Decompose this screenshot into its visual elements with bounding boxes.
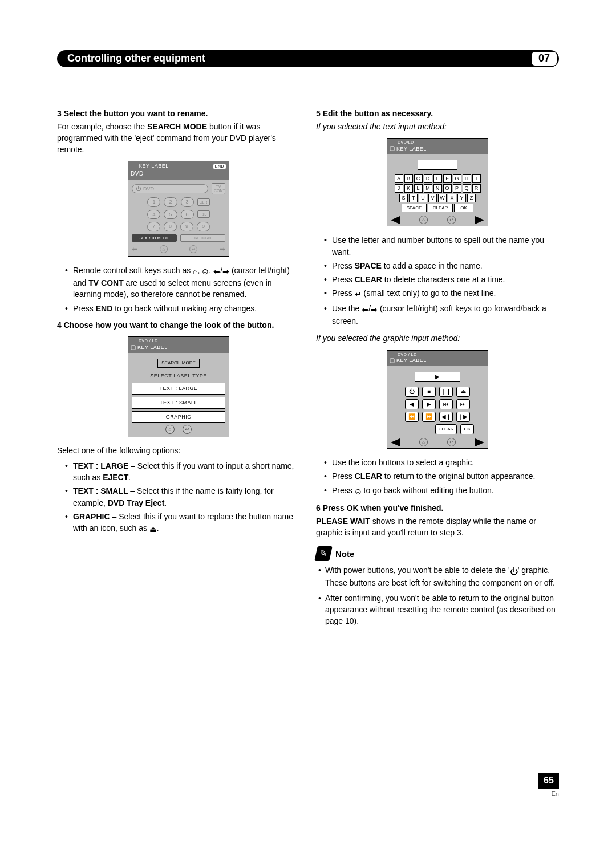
t: to go back without making any changes. [112, 304, 257, 313]
d1-return: RETURN [180, 234, 225, 242]
home-icon: ⌂ [193, 266, 197, 277]
bullet: TEXT : LARGE – Select this if you want t… [57, 460, 300, 484]
key-M: M [424, 184, 432, 193]
key-clear: CLEAR [435, 424, 457, 434]
d1-key-0: 0 [197, 222, 210, 231]
back-icon: ⊜ [202, 266, 209, 277]
bullet: Press CLEAR to return to the original bu… [316, 470, 559, 482]
d4-input-field: ▶ [415, 372, 460, 382]
power-icon: ⏻ [510, 566, 518, 577]
note-list: With power buttons, you won't be able to… [317, 564, 559, 627]
svg-rect-0 [131, 346, 135, 350]
t: END [96, 304, 113, 313]
home-icon: ⌂ [165, 425, 175, 434]
t: DVD Tray Eject [108, 498, 165, 507]
back-icon: ↩ [447, 216, 456, 224]
key-H: H [463, 174, 471, 183]
key-ok: OK [454, 204, 473, 212]
t: Press [332, 275, 355, 284]
icon-eject: ⏏ [456, 387, 470, 397]
select-line: Select one of the following options: [57, 445, 300, 457]
if-text-method: If you selected the text input method: [316, 121, 559, 132]
step3-para: For example, choose the SEARCH MODE butt… [57, 121, 300, 156]
key-G: G [453, 174, 461, 183]
bullet: Remote control soft keys such as ⌂, ⊜, ⬅… [57, 265, 300, 300]
arrow-right-icon [475, 438, 484, 446]
key-V: V [428, 194, 437, 202]
key-ok: OK [460, 424, 474, 434]
d2-opt-small: TEXT : SMALL [132, 397, 225, 409]
icon-power: ⏻ [405, 387, 419, 397]
arrow-right-icon: ➡ [371, 304, 378, 315]
note-item: With power buttons, you won't be able to… [317, 564, 559, 589]
key-clear: CLEAR [428, 204, 453, 212]
page-lang: En [538, 789, 559, 798]
key-I: I [472, 174, 481, 183]
arrow-right-icon: ➡ [220, 245, 225, 254]
icon-prev: ⏮ [439, 399, 453, 409]
t: GRAPHIC [73, 512, 110, 521]
step3-bullets: Remote control soft keys such as ⌂, ⊜, ⬅… [57, 265, 300, 314]
home-icon: ⌂ [419, 216, 428, 224]
bullet: Press ↵ (small text only) to go to the n… [316, 287, 559, 300]
icon-next: ⏭ [456, 399, 470, 409]
step5-head: 5 Edit the button as necessary. [316, 108, 559, 120]
d1-key-clr: CLR [197, 198, 210, 206]
d2-top: DVD / LD [131, 338, 226, 344]
t: Press [332, 289, 355, 298]
key-J: J [395, 184, 403, 193]
d1-key-7: 7 [147, 222, 160, 231]
t: TV CONT [88, 278, 123, 287]
note-item: After confirming, you won't be able to r… [317, 592, 559, 627]
arrow-right-icon: ➡ [222, 266, 229, 277]
t: CLEAR [355, 472, 382, 481]
note-label: Note [335, 548, 354, 560]
t: Press [332, 261, 355, 270]
key-C: C [414, 174, 423, 183]
key-T: T [409, 194, 418, 202]
t: Press [332, 472, 355, 481]
d1-key-8: 8 [164, 222, 177, 231]
diagram-graphic-input: DVD / LD KEY LABEL ▶ ⏻ ■ ❙❙ ⏏ ◀ [387, 350, 488, 449]
right-column: 5 Edit the button as necessary. If you s… [316, 108, 559, 631]
key-X: X [448, 194, 456, 202]
bullet: Use the ⬅/➡ (cursor left/right) soft key… [316, 303, 559, 327]
arrow-left-icon: ⬅ [362, 304, 368, 315]
key-K: K [404, 184, 413, 193]
d1-key-6: 6 [181, 210, 194, 220]
d1-key-3: 3 [181, 197, 194, 207]
key-R: R [472, 184, 481, 193]
t: . [128, 473, 131, 482]
back-icon: ↩ [183, 425, 192, 434]
eject-icon: ⏏ [149, 523, 157, 535]
icon-stepfwd: ❙▶ [456, 412, 470, 422]
t: to add a space in the name. [382, 261, 483, 270]
d1-dvd-button: ⏻DVD [132, 184, 208, 194]
d4-top: DVD / LD [390, 352, 485, 358]
remote-icon [390, 358, 395, 363]
key-Z: Z [467, 194, 476, 202]
diagram-text-input: DVD/LD KEY LABEL A B C D E F G [387, 138, 488, 226]
graphic-method-bullets: Use the icon buttons to select a graphic… [316, 457, 559, 497]
arrow-left-icon: ⬅ [132, 245, 137, 254]
icon-stop: ■ [422, 387, 436, 397]
remote-icon [131, 345, 136, 350]
d2-opt-large: TEXT : LARGE [132, 383, 225, 395]
t: PLEASE WAIT [316, 517, 370, 526]
t: TEXT : SMALL [73, 486, 128, 495]
t: With power buttons, you won't be able to… [325, 566, 510, 575]
key-P: P [453, 184, 461, 193]
remote-icon [390, 146, 395, 151]
step4-options: TEXT : LARGE – Select this if you want t… [57, 460, 300, 535]
d3-input-field [418, 160, 457, 170]
svg-rect-1 [390, 147, 394, 151]
left-column: 3 Select the button you want to rename. … [57, 108, 300, 631]
key-D: D [424, 174, 432, 183]
d1-key-5: 5 [164, 210, 177, 220]
key-U: U [419, 194, 427, 202]
d2-opt-graphic: GRAPHIC [132, 411, 225, 423]
key-N: N [433, 184, 442, 193]
power-icon: ⏻ [136, 185, 141, 193]
icon-right: ▶ [422, 399, 436, 409]
t: to return to the original button appeara… [382, 472, 536, 481]
